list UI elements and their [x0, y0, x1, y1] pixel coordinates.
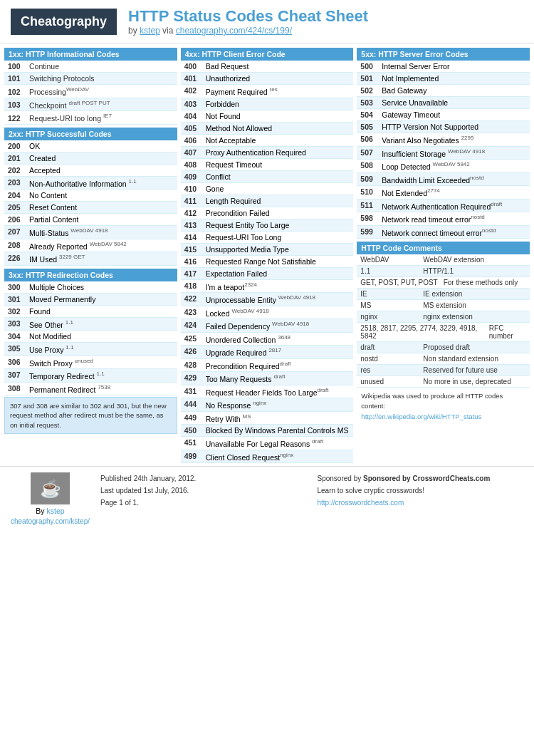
table-row: 308Permanent Redirect 7538 [4, 383, 177, 396]
table-row: 102 ProcessingWebDAV [4, 85, 177, 98]
table-row: 416Requested Range Not Satisfiable [181, 256, 354, 268]
table-row: 406Not Acceptable [181, 135, 354, 147]
table-row: 206Partial Content [4, 214, 177, 226]
col2: 4xx: HTTP Client Error Code 400Bad Reque… [181, 48, 354, 463]
comment-row: unused No more in use, deprecated [357, 376, 530, 388]
redirect-note: 307 and 308 are similar to 302 and 301, … [4, 397, 177, 434]
content: 1xx: HTTP Informational Codes 100 Contin… [0, 43, 534, 466]
table-row: 428Precondition Requireddraft [181, 359, 354, 373]
table-row: 510Not Extended2774 [357, 186, 530, 200]
table-row: 412Precondition Failed [181, 207, 354, 219]
section-1xx-header: 1xx: HTTP Informational Codes [4, 48, 177, 61]
table-row: 307Temporary Redirect 1.1 [4, 369, 177, 383]
rows-1xx: 100 Continue 101 Switching Protocols 102… [4, 61, 177, 125]
col3: 5xx: HTTP Server Error Codes 500Internal… [357, 48, 530, 425]
table-row: 200OK [4, 140, 177, 152]
table-row: 508Loop Detected WebDAV 5842 [357, 160, 530, 173]
table-row: 203Non-Authoritative Information 1.1 [4, 177, 177, 190]
table-row: 499Client Closed Requestnginx [181, 450, 354, 464]
table-row: 417Expectation Failed [181, 268, 354, 280]
table-row: 405Method Not Allowed [181, 123, 354, 135]
col1: 1xx: HTTP Informational Codes 100 Contin… [4, 48, 177, 434]
table-row: 408Request Timeout [181, 159, 354, 171]
table-row: 506Variant Also Negotiates 2295 [357, 133, 530, 147]
wiki-link[interactable]: http://en.wikipedia.org/wiki/HTTP_status [361, 413, 481, 420]
avatar: ☕ [31, 472, 70, 504]
footer-sponsor: Sponsored by Sponsored by CrosswordCheat… [318, 472, 524, 509]
table-row: 202Accepted [4, 165, 177, 177]
table-row: 103 Checkpoint draft POST PUT [4, 98, 177, 112]
table-row: 205Reset Content [4, 202, 177, 214]
table-row: 511Network Authentication Requireddraft [357, 200, 530, 213]
table-row: 424Failed Dependency WebDAV 4918 [181, 319, 354, 333]
cheatography-link[interactable]: cheatography.com/424/cs/199/ [176, 26, 292, 36]
table-row: 201Created [4, 152, 177, 165]
comment-row: draft Proposed draft [357, 342, 530, 353]
table-row: 404Not Found [181, 110, 354, 123]
footer-sponsor-desc: Learn to solve cryptic crosswords! [318, 485, 524, 497]
table-row: 302Found [4, 306, 177, 318]
footer-updated: Last updated 1st July, 2016. [100, 485, 307, 497]
comment-row: res Reserved for future use [357, 365, 530, 376]
comments-table: WebDAV WebDAV extension 1.1 HTTP/1.1 GET… [357, 254, 530, 388]
table-row: 303See Other 1.1 [4, 318, 177, 331]
section-3xx-header: 3xx: HTTP Redirection Codes [4, 269, 177, 281]
footer-cheatography-link[interactable]: cheatography.com/kstep/ [11, 517, 90, 525]
table-row: 401Unauthorized [181, 73, 354, 85]
author-link[interactable]: kstep [140, 26, 160, 36]
table-row: 598Network read timeout errornostd [357, 212, 530, 226]
table-row: 226IM Used 3229 GET [4, 252, 177, 266]
comment-row: 1.1 HTTP/1.1 [357, 266, 530, 277]
rows-2xx: 200OK 201Created 202Accepted 203Non-Auth… [4, 140, 177, 266]
table-row: 411Length Required [181, 195, 354, 207]
header-text: HTTP Status Codes Cheat Sheet by kstep v… [128, 7, 368, 36]
table-row: 426Upgrade Required 2817 [181, 346, 354, 359]
footer-sponsor-name: Sponsored by Sponsored by CrosswordCheat… [318, 472, 524, 485]
table-row: 504Gateway Timeout [357, 109, 530, 121]
comment-row: GET, POST, PUT, POST For these methods o… [357, 277, 530, 289]
table-row: 507Insufficient Storage WebDAV 4918 [357, 147, 530, 160]
table-row: 409Conflict [181, 171, 354, 183]
wiki-note: Wikipedia was used to produce all HTTP c… [357, 388, 530, 425]
footer-author-label: By kstep [36, 507, 64, 515]
table-row: 449Retry With MS [181, 412, 354, 425]
footer-sponsor-link[interactable]: http://crosswordcheats.com [318, 499, 404, 507]
comment-row: 2518, 2817, 2295, 2774, 3229, 4918, 5842… [357, 323, 530, 342]
table-row: 414Request-URI Too Long [181, 232, 354, 244]
table-row: 503Service Unavailable [357, 97, 530, 109]
table-row: 599Network connect timeout errornostd [357, 226, 530, 239]
table-row: 418I'm a teapot2324 [181, 280, 354, 294]
table-row: 204No Content [4, 190, 177, 202]
table-row: 505HTTP Version Not Supported [357, 121, 530, 133]
footer: ☕ By kstep cheatography.com/kstep/ Publi… [0, 466, 534, 531]
table-row: 431Request Header Fields Too Largedraft [181, 385, 354, 399]
table-row: 422Unprocessable Entity WebDAV 4918 [181, 293, 354, 306]
rows-3xx: 300Multiple Choices 301Moved Permanently… [4, 281, 177, 396]
table-row: 101 Switching Protocols [4, 73, 177, 85]
table-row: 122 Request-URI too long IE7 [4, 111, 177, 125]
page-title: HTTP Status Codes Cheat Sheet [128, 7, 368, 26]
table-row: 444No Response nginx [181, 398, 354, 412]
table-row: 413Request Entity Too Large [181, 219, 354, 232]
comment-row: IE IE extension [357, 289, 530, 300]
footer-page: Page 1 of 1. [100, 497, 307, 509]
header: Cheatography HTTP Status Codes Cheat She… [0, 0, 534, 43]
table-row: 301Moved Permanently [4, 294, 177, 306]
table-row: 429Too Many Requests draft [181, 372, 354, 385]
table-row: 100 Continue [4, 61, 177, 73]
comments-header: HTTP Code Comments [357, 242, 530, 254]
footer-author-link[interactable]: kstep [47, 507, 65, 515]
footer-avatar-area: ☕ By kstep cheatography.com/kstep/ [11, 472, 90, 525]
logo: Cheatography [11, 9, 117, 35]
table-row: 403Forbidden [181, 98, 354, 110]
table-row: 208Already Reported WebDAV 5842 [4, 239, 177, 253]
section-2xx-header: 2xx: HTTP Successful Codes [4, 128, 177, 140]
table-row: 501Not Implemented [357, 73, 530, 85]
footer-mid: Published 24th January, 2012. Last updat… [100, 472, 307, 509]
table-row: 305Use Proxy 1.1 [4, 343, 177, 356]
section-5xx-header: 5xx: HTTP Server Error Codes [357, 48, 530, 61]
table-row: 304Not Modified [4, 331, 177, 343]
section-4xx-header: 4xx: HTTP Client Error Code [181, 48, 354, 61]
comment-row: MS MS extension [357, 300, 530, 311]
table-row: 450Blocked By Windows Parental Controls … [181, 425, 354, 437]
